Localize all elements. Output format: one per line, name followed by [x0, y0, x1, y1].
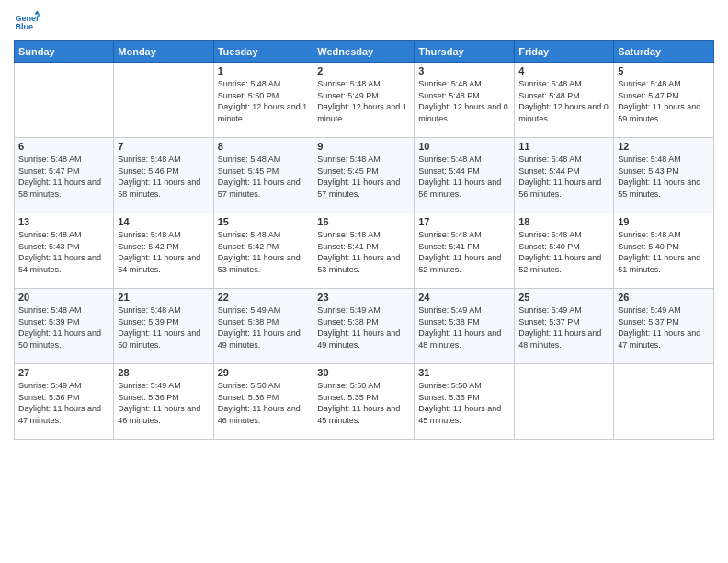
calendar-cell: 25Sunrise: 5:49 AMSunset: 5:37 PMDayligh… — [515, 289, 614, 364]
calendar-cell: 1Sunrise: 5:48 AMSunset: 5:50 PMDaylight… — [213, 63, 313, 138]
calendar-week-row: 27Sunrise: 5:49 AMSunset: 5:36 PMDayligh… — [15, 364, 714, 440]
calendar-cell — [15, 63, 114, 138]
calendar-cell: 14Sunrise: 5:48 AMSunset: 5:42 PMDayligh… — [114, 213, 213, 289]
calendar-cell: 5Sunrise: 5:48 AMSunset: 5:47 PMDaylight… — [614, 63, 714, 138]
day-number: 28 — [118, 367, 209, 378]
calendar-cell: 24Sunrise: 5:49 AMSunset: 5:38 PMDayligh… — [415, 289, 515, 364]
day-info: Sunrise: 5:48 AMSunset: 5:40 PMDaylight:… — [518, 229, 609, 275]
day-number: 3 — [418, 65, 510, 76]
day-info: Sunrise: 5:48 AMSunset: 5:44 PMDaylight:… — [518, 154, 609, 200]
day-number: 23 — [317, 292, 410, 303]
calendar-week-row: 20Sunrise: 5:48 AMSunset: 5:39 PMDayligh… — [15, 289, 714, 364]
day-info: Sunrise: 5:48 AMSunset: 5:42 PMDaylight:… — [218, 229, 310, 275]
day-info: Sunrise: 5:48 AMSunset: 5:44 PMDaylight:… — [418, 154, 510, 200]
day-number: 22 — [218, 292, 310, 303]
calendar-cell: 16Sunrise: 5:48 AMSunset: 5:41 PMDayligh… — [313, 213, 415, 289]
day-info: Sunrise: 5:50 AMSunset: 5:35 PMDaylight:… — [317, 380, 410, 426]
calendar-day-header: Sunday — [15, 41, 114, 63]
calendar-cell: 11Sunrise: 5:48 AMSunset: 5:44 PMDayligh… — [515, 138, 614, 213]
day-number: 5 — [618, 65, 710, 76]
day-info: Sunrise: 5:48 AMSunset: 5:45 PMDaylight:… — [317, 154, 410, 200]
page-header: General Blue — [14, 9, 714, 35]
calendar-cell: 6Sunrise: 5:48 AMSunset: 5:47 PMDaylight… — [15, 138, 114, 213]
day-number: 13 — [18, 216, 109, 227]
calendar-cell: 10Sunrise: 5:48 AMSunset: 5:44 PMDayligh… — [415, 138, 515, 213]
calendar-cell: 3Sunrise: 5:48 AMSunset: 5:48 PMDaylight… — [415, 63, 515, 138]
calendar-cell: 27Sunrise: 5:49 AMSunset: 5:36 PMDayligh… — [15, 364, 114, 440]
day-number: 1 — [218, 65, 310, 76]
calendar-cell: 12Sunrise: 5:48 AMSunset: 5:43 PMDayligh… — [614, 138, 714, 213]
calendar-day-header: Tuesday — [213, 41, 313, 63]
calendar-day-header: Saturday — [614, 41, 714, 63]
calendar-cell: 15Sunrise: 5:48 AMSunset: 5:42 PMDayligh… — [213, 213, 313, 289]
day-info: Sunrise: 5:48 AMSunset: 5:41 PMDaylight:… — [317, 229, 410, 275]
day-number: 10 — [418, 141, 510, 152]
calendar-cell: 30Sunrise: 5:50 AMSunset: 5:35 PMDayligh… — [313, 364, 415, 440]
day-number: 16 — [317, 216, 410, 227]
day-info: Sunrise: 5:49 AMSunset: 5:36 PMDaylight:… — [18, 380, 109, 426]
day-info: Sunrise: 5:48 AMSunset: 5:49 PMDaylight:… — [317, 78, 410, 124]
calendar-cell — [114, 63, 213, 138]
day-number: 18 — [518, 216, 609, 227]
calendar-cell: 20Sunrise: 5:48 AMSunset: 5:39 PMDayligh… — [15, 289, 114, 364]
calendar-cell: 31Sunrise: 5:50 AMSunset: 5:35 PMDayligh… — [415, 364, 515, 440]
calendar-day-header: Thursday — [415, 41, 515, 63]
day-info: Sunrise: 5:48 AMSunset: 5:41 PMDaylight:… — [418, 229, 510, 275]
calendar-cell: 8Sunrise: 5:48 AMSunset: 5:45 PMDaylight… — [213, 138, 313, 213]
day-number: 7 — [118, 141, 209, 152]
calendar-cell: 17Sunrise: 5:48 AMSunset: 5:41 PMDayligh… — [415, 213, 515, 289]
calendar-cell: 18Sunrise: 5:48 AMSunset: 5:40 PMDayligh… — [515, 213, 614, 289]
day-number: 24 — [418, 292, 510, 303]
calendar-day-header: Wednesday — [313, 41, 415, 63]
day-info: Sunrise: 5:48 AMSunset: 5:42 PMDaylight:… — [118, 229, 209, 275]
day-info: Sunrise: 5:49 AMSunset: 5:37 PMDaylight:… — [518, 304, 609, 350]
day-number: 4 — [518, 65, 609, 76]
calendar-table: SundayMondayTuesdayWednesdayThursdayFrid… — [14, 40, 714, 440]
day-info: Sunrise: 5:48 AMSunset: 5:43 PMDaylight:… — [618, 154, 710, 200]
calendar-cell — [515, 364, 614, 440]
day-info: Sunrise: 5:48 AMSunset: 5:46 PMDaylight:… — [118, 154, 209, 200]
calendar-week-row: 13Sunrise: 5:48 AMSunset: 5:43 PMDayligh… — [15, 213, 714, 289]
calendar-cell: 7Sunrise: 5:48 AMSunset: 5:46 PMDaylight… — [114, 138, 213, 213]
day-number: 14 — [118, 216, 209, 227]
calendar-cell: 29Sunrise: 5:50 AMSunset: 5:36 PMDayligh… — [213, 364, 313, 440]
day-number: 29 — [218, 367, 310, 378]
calendar-header-row: SundayMondayTuesdayWednesdayThursdayFrid… — [15, 41, 714, 63]
day-number: 12 — [618, 141, 710, 152]
calendar-cell: 26Sunrise: 5:49 AMSunset: 5:37 PMDayligh… — [614, 289, 714, 364]
calendar-cell: 23Sunrise: 5:49 AMSunset: 5:38 PMDayligh… — [313, 289, 415, 364]
calendar-day-header: Monday — [114, 41, 213, 63]
svg-marker-2 — [34, 10, 40, 14]
svg-text:Blue: Blue — [15, 22, 33, 31]
calendar-cell — [614, 364, 714, 440]
calendar-cell: 4Sunrise: 5:48 AMSunset: 5:48 PMDaylight… — [515, 63, 614, 138]
day-number: 26 — [618, 292, 710, 303]
day-info: Sunrise: 5:49 AMSunset: 5:38 PMDaylight:… — [218, 304, 310, 350]
day-info: Sunrise: 5:48 AMSunset: 5:47 PMDaylight:… — [18, 154, 109, 200]
calendar-cell: 19Sunrise: 5:48 AMSunset: 5:40 PMDayligh… — [614, 213, 714, 289]
day-info: Sunrise: 5:49 AMSunset: 5:36 PMDaylight:… — [118, 380, 209, 426]
day-info: Sunrise: 5:48 AMSunset: 5:40 PMDaylight:… — [618, 229, 710, 275]
day-number: 19 — [618, 216, 710, 227]
day-info: Sunrise: 5:48 AMSunset: 5:47 PMDaylight:… — [618, 78, 710, 124]
day-number: 9 — [317, 141, 410, 152]
calendar-cell: 9Sunrise: 5:48 AMSunset: 5:45 PMDaylight… — [313, 138, 415, 213]
day-info: Sunrise: 5:50 AMSunset: 5:36 PMDaylight:… — [218, 380, 310, 426]
calendar-week-row: 1Sunrise: 5:48 AMSunset: 5:50 PMDaylight… — [15, 63, 714, 138]
day-number: 31 — [418, 367, 510, 378]
day-number: 2 — [317, 65, 410, 76]
day-info: Sunrise: 5:49 AMSunset: 5:38 PMDaylight:… — [418, 304, 510, 350]
calendar-week-row: 6Sunrise: 5:48 AMSunset: 5:47 PMDaylight… — [15, 138, 714, 213]
day-number: 15 — [218, 216, 310, 227]
day-number: 27 — [18, 367, 109, 378]
day-info: Sunrise: 5:50 AMSunset: 5:35 PMDaylight:… — [418, 380, 510, 426]
day-info: Sunrise: 5:49 AMSunset: 5:38 PMDaylight:… — [317, 304, 410, 350]
day-number: 17 — [418, 216, 510, 227]
calendar-cell: 21Sunrise: 5:48 AMSunset: 5:39 PMDayligh… — [114, 289, 213, 364]
day-number: 21 — [118, 292, 209, 303]
day-number: 30 — [317, 367, 410, 378]
day-info: Sunrise: 5:48 AMSunset: 5:45 PMDaylight:… — [218, 154, 310, 200]
day-number: 11 — [518, 141, 609, 152]
calendar-cell: 2Sunrise: 5:48 AMSunset: 5:49 PMDaylight… — [313, 63, 415, 138]
day-number: 8 — [218, 141, 310, 152]
